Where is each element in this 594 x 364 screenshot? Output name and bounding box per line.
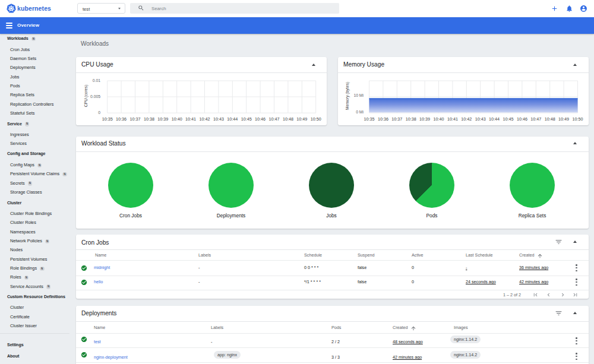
svg-text:10:49: 10:49 bbox=[558, 116, 569, 122]
svg-text:10:38: 10:38 bbox=[406, 116, 416, 122]
svg-text:10:36: 10:36 bbox=[116, 116, 127, 122]
svg-text:10:47: 10:47 bbox=[530, 116, 541, 122]
svg-text:10:50: 10:50 bbox=[311, 116, 321, 122]
svg-text:10:36: 10:36 bbox=[378, 116, 388, 122]
svg-text:10:40: 10:40 bbox=[434, 116, 444, 122]
svg-text:10:42: 10:42 bbox=[200, 116, 210, 122]
svg-text:10:39: 10:39 bbox=[157, 116, 168, 122]
svg-text:10:47: 10:47 bbox=[269, 116, 280, 122]
svg-text:10:43: 10:43 bbox=[213, 116, 224, 122]
svg-text:10:40: 10:40 bbox=[172, 116, 182, 122]
svg-text:10:39: 10:39 bbox=[419, 116, 430, 122]
svg-text:10:41: 10:41 bbox=[185, 116, 196, 122]
svg-text:10:50: 10:50 bbox=[573, 116, 583, 122]
svg-text:10:48: 10:48 bbox=[283, 116, 293, 122]
svg-text:10:37: 10:37 bbox=[130, 116, 141, 122]
svg-text:10:46: 10:46 bbox=[255, 116, 266, 122]
svg-text:10:46: 10:46 bbox=[517, 116, 527, 122]
svg-text:10:38: 10:38 bbox=[144, 116, 154, 122]
svg-text:10:45: 10:45 bbox=[503, 116, 514, 122]
svg-text:10:45: 10:45 bbox=[241, 116, 252, 122]
svg-text:10:35: 10:35 bbox=[364, 116, 375, 122]
svg-text:10:35: 10:35 bbox=[102, 116, 113, 122]
svg-text:10:44: 10:44 bbox=[489, 116, 500, 122]
svg-text:10:42: 10:42 bbox=[461, 116, 472, 122]
svg-text:10:48: 10:48 bbox=[545, 116, 555, 122]
svg-text:10:49: 10:49 bbox=[296, 116, 307, 122]
svg-text:10:37: 10:37 bbox=[391, 116, 402, 122]
svg-text:10:43: 10:43 bbox=[475, 116, 486, 122]
svg-text:10:41: 10:41 bbox=[447, 116, 458, 122]
svg-text:10:44: 10:44 bbox=[227, 116, 238, 122]
